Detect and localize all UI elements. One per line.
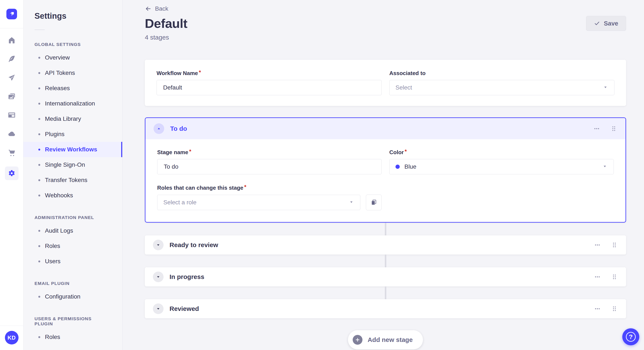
- select-placeholder: Select a role: [163, 199, 196, 206]
- paper-plane-icon[interactable]: [7, 73, 16, 82]
- sidebar-item-label: Single Sign-On: [45, 161, 85, 168]
- expand-stage-button[interactable]: [153, 272, 164, 282]
- feather-icon[interactable]: [7, 54, 16, 64]
- bullet-icon: [38, 118, 40, 120]
- workflow-name-input[interactable]: [156, 80, 382, 95]
- sidebar-item-users[interactable]: Users: [24, 254, 122, 269]
- settings-gear-icon[interactable]: [5, 167, 18, 180]
- layout-icon[interactable]: [7, 110, 16, 120]
- associated-to-label: Associated to: [389, 70, 614, 77]
- save-button[interactable]: Save: [586, 16, 626, 31]
- caret-down-icon: [156, 275, 160, 279]
- sidebar-item-label: API Tokens: [45, 70, 75, 76]
- sidebar-item-admin-roles[interactable]: Roles: [24, 238, 122, 254]
- stage-title: To do: [170, 125, 187, 132]
- sidebar-item-audit-logs[interactable]: Audit Logs: [24, 223, 122, 238]
- bullet-icon: [38, 72, 40, 74]
- stage-name-input[interactable]: [157, 159, 382, 174]
- stage-roles-select[interactable]: Select a role: [157, 195, 360, 210]
- logo-section: [0, 0, 23, 28]
- stage-roles-field: Roles that can change this stage* Select…: [157, 184, 382, 210]
- add-stage-label: Add new stage: [368, 336, 413, 344]
- required-marker: *: [189, 148, 191, 155]
- sidebar-item-media-library[interactable]: Media Library: [24, 111, 122, 127]
- associated-to-select[interactable]: Select: [389, 80, 614, 95]
- bullet-icon: [38, 179, 40, 181]
- sidebar-item-label: Webhooks: [45, 192, 73, 199]
- sidebar-item-webhooks[interactable]: Webhooks: [24, 188, 122, 203]
- section-administration-panel: ADMINISTRATION PANEL: [34, 215, 111, 220]
- workflow-meta-card: Workflow Name* Associated to Select: [145, 60, 626, 106]
- sidebar-item-label: Review Workflows: [45, 146, 97, 153]
- strapi-logo[interactable]: [6, 9, 17, 19]
- home-icon[interactable]: [7, 35, 16, 45]
- sidebar-item-single-sign-on[interactable]: Single Sign-On: [24, 157, 122, 173]
- main-content: Back Default Save 4 stages Workflow Name…: [122, 0, 644, 350]
- sidebar-item-releases[interactable]: Releases: [24, 81, 122, 96]
- color-value: Blue: [404, 163, 416, 170]
- stage-more-options-icon[interactable]: [594, 273, 601, 280]
- expand-stage-button[interactable]: [153, 240, 164, 250]
- stage-more-options-icon[interactable]: [593, 125, 600, 132]
- media-library-icon[interactable]: [7, 92, 16, 101]
- sidebar-item-overview[interactable]: Overview: [24, 50, 122, 65]
- sidebar-item-api-tokens[interactable]: API Tokens: [24, 65, 122, 81]
- sidebar-item-label: Users: [45, 258, 60, 265]
- stage-name-field: Stage name*: [157, 149, 382, 174]
- sidebar-item-providers[interactable]: Providers: [24, 345, 122, 350]
- blue-color-dot-icon: [396, 165, 400, 169]
- bullet-icon: [38, 245, 40, 247]
- sidebar-title: Settings: [34, 11, 122, 21]
- sidebar-item-label: Audit Logs: [45, 227, 73, 234]
- sidebar-item-label: Media Library: [45, 116, 81, 122]
- bullet-icon: [38, 133, 40, 135]
- stage-name-label: Stage name*: [157, 149, 382, 156]
- stage-drag-handle-icon[interactable]: [611, 273, 618, 280]
- sidebar-item-internationalization[interactable]: Internationalization: [24, 96, 122, 111]
- cart-icon[interactable]: [7, 148, 16, 157]
- stage-more-options-icon[interactable]: [594, 305, 601, 312]
- sidebar-item-label: Plugins: [45, 131, 64, 138]
- help-button[interactable]: ?: [622, 328, 639, 345]
- stage-card-reviewed[interactable]: Reviewed: [145, 299, 626, 318]
- stage-drag-handle-icon[interactable]: [611, 305, 618, 312]
- stage-title: In progress: [170, 273, 204, 280]
- stage-title: Reviewed: [170, 305, 199, 312]
- strapi-logo-icon: [6, 9, 17, 19]
- stage-roles-label: Roles that can change this stage*: [157, 184, 382, 191]
- add-new-stage-button[interactable]: Add new stage: [348, 330, 423, 349]
- stage-connector-line: [385, 255, 386, 267]
- stage-card-ready-to-review[interactable]: Ready to review: [145, 235, 626, 255]
- section-global-settings: GLOBAL SETTINGS: [34, 42, 111, 47]
- sidebar-item-transfer-tokens[interactable]: Transfer Tokens: [24, 173, 122, 188]
- user-avatar[interactable]: KD: [5, 331, 18, 345]
- stage-drag-handle-icon[interactable]: [611, 241, 618, 249]
- stage-color-field: Color* Blue: [389, 149, 614, 174]
- sidebar-item-review-workflows[interactable]: Review Workflows: [24, 142, 122, 157]
- collapse-stage-button[interactable]: [154, 123, 164, 134]
- stage-connector-line: [385, 223, 386, 235]
- save-label: Save: [604, 20, 618, 27]
- stage-drag-handle-icon[interactable]: [610, 125, 618, 132]
- stage-more-options-icon[interactable]: [594, 241, 601, 249]
- sidebar-item-label: Roles: [45, 334, 60, 341]
- bullet-icon: [38, 164, 40, 166]
- bullet-icon: [38, 260, 40, 262]
- back-button[interactable]: Back: [145, 5, 168, 12]
- stage-header-to-do[interactable]: To do: [146, 118, 626, 139]
- stage-card-in-progress[interactable]: In progress: [145, 267, 626, 286]
- cloud-icon[interactable]: [7, 129, 16, 138]
- rail-icon-list: [5, 35, 18, 180]
- stage-color-select[interactable]: Blue: [389, 159, 614, 174]
- expand-stage-button[interactable]: [153, 303, 164, 314]
- bullet-icon: [38, 230, 40, 232]
- sidebar-item-label: Releases: [45, 85, 70, 92]
- bullet-icon: [38, 336, 40, 338]
- arrow-left-icon: [145, 5, 152, 12]
- apply-to-all-stages-button[interactable]: [366, 194, 382, 210]
- sidebar-item-plugins[interactable]: Plugins: [24, 127, 122, 142]
- page-title: Default: [145, 16, 188, 31]
- sidebar-item-configuration[interactable]: Configuration: [24, 289, 122, 304]
- section-email-plugin: EMAIL PLUGIN: [34, 281, 111, 286]
- sidebar-item-up-roles[interactable]: Roles: [24, 329, 122, 345]
